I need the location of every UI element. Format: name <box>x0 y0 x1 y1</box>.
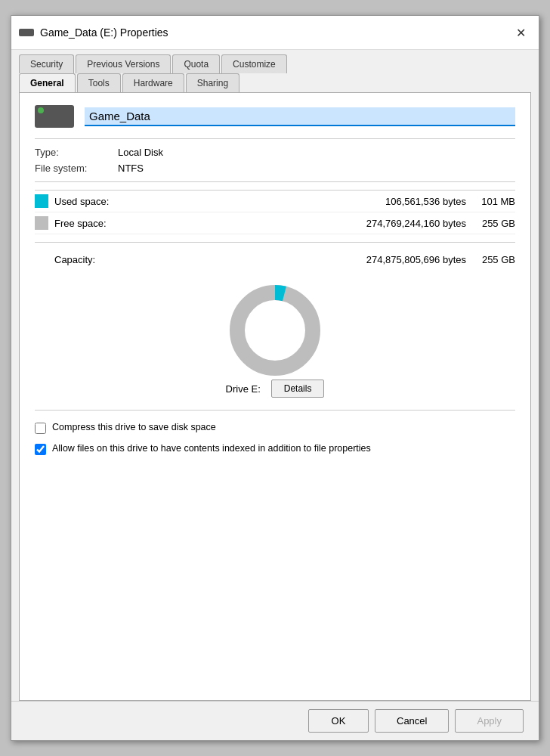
type-value: Local Disk <box>118 147 163 158</box>
capacity-row: Capacity: 274,875,805,696 bytes 255 GB <box>54 250 515 269</box>
type-row: Type: Local Disk <box>35 147 515 158</box>
details-row: Drive E: Details <box>226 380 325 398</box>
space-section: Used space: 106,561,536 bytes 101 MB Fre… <box>35 190 515 234</box>
used-label: Used space: <box>54 196 323 207</box>
tabs-row1: Security Previous Versions Quota Customi… <box>19 54 531 73</box>
tabs-row2: General Tools Hardware Sharing <box>19 73 531 92</box>
drive-name-row <box>35 105 515 128</box>
tab-hardware[interactable]: Hardware <box>122 73 184 92</box>
window-icon <box>19 29 34 36</box>
used-color-box <box>35 194 48 208</box>
free-space-row: Free space: 274,769,244,160 bytes 255 GB <box>35 212 515 234</box>
cancel-button[interactable]: Cancel <box>375 709 449 733</box>
fs-label: File system: <box>35 163 118 174</box>
divider-2 <box>35 181 515 182</box>
drive-e-label: Drive E: <box>226 383 261 395</box>
index-row: Allow files on this drive to have conten… <box>35 442 515 456</box>
details-button[interactable]: Details <box>271 380 325 398</box>
close-button[interactable]: ✕ <box>510 22 531 43</box>
tabs-container: Security Previous Versions Quota Customi… <box>11 50 539 92</box>
capacity-human: 255 GB <box>474 254 515 265</box>
divider-3 <box>35 242 515 243</box>
index-label: Allow files on this drive to have conten… <box>52 442 371 456</box>
compress-row: Compress this drive to save disk space <box>35 421 515 435</box>
svg-point-2 <box>247 302 303 358</box>
tab-previous-versions[interactable]: Previous Versions <box>76 54 171 73</box>
free-bytes: 274,769,244,160 bytes <box>323 218 466 229</box>
properties-window: Game_Data (E:) Properties ✕ Security Pre… <box>11 15 539 741</box>
donut-chart <box>226 281 324 380</box>
window-title: Game_Data (E:) Properties <box>40 26 168 39</box>
apply-button[interactable]: Apply <box>455 709 524 733</box>
content-area: Type: Local Disk File system: NTFS Used … <box>19 92 531 701</box>
title-bar: Game_Data (E:) Properties ✕ <box>11 16 539 50</box>
free-color-box <box>35 216 48 230</box>
free-label: Free space: <box>54 218 323 229</box>
title-bar-left: Game_Data (E:) Properties <box>19 26 168 39</box>
fs-value: NTFS <box>118 163 144 174</box>
used-space-row: Used space: 106,561,536 bytes 101 MB <box>35 190 515 212</box>
divider-1 <box>35 138 515 139</box>
used-human: 101 MB <box>474 196 515 207</box>
compress-checkbox[interactable] <box>35 423 46 434</box>
fs-row: File system: NTFS <box>35 163 515 174</box>
footer: OK Cancel Apply <box>11 701 539 740</box>
free-human: 255 GB <box>474 218 515 229</box>
tab-customize[interactable]: Customize <box>221 54 287 73</box>
compress-label: Compress this drive to save disk space <box>52 421 216 435</box>
tab-tools[interactable]: Tools <box>77 73 121 92</box>
drive-name-input[interactable] <box>85 107 515 126</box>
capacity-label: Capacity: <box>54 254 323 265</box>
donut-chart-container: Drive E: Details <box>35 281 515 402</box>
tab-sharing[interactable]: Sharing <box>186 73 239 92</box>
tab-security[interactable]: Security <box>19 54 74 73</box>
used-bytes: 106,561,536 bytes <box>323 196 466 207</box>
tab-quota[interactable]: Quota <box>172 54 220 73</box>
tab-general[interactable]: General <box>19 73 76 92</box>
ok-button[interactable]: OK <box>308 709 369 733</box>
checkbox-section: Compress this drive to save disk space A… <box>35 421 515 455</box>
index-checkbox[interactable] <box>35 444 46 455</box>
capacity-bytes: 274,875,805,696 bytes <box>323 254 466 265</box>
drive-icon <box>35 105 74 128</box>
type-label: Type: <box>35 147 118 158</box>
divider-4 <box>35 410 515 411</box>
